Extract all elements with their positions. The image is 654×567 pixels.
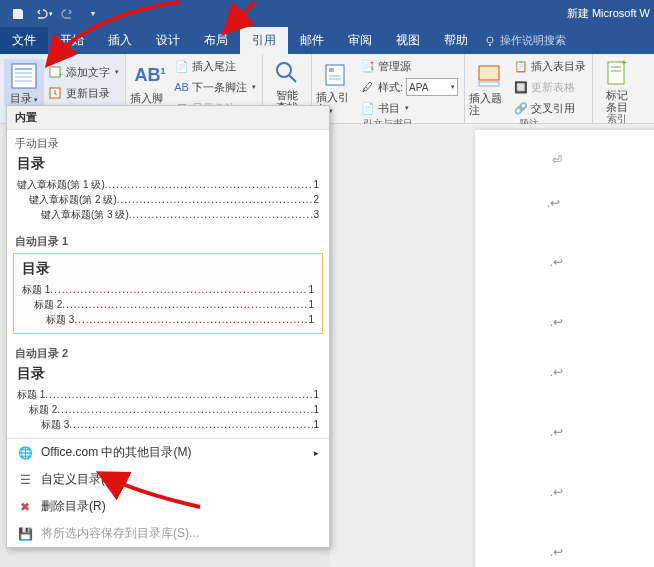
- paragraph-mark-icon: .↩: [550, 365, 563, 380]
- tab-review[interactable]: 审阅: [336, 27, 384, 54]
- office-icon: 🌐: [17, 445, 33, 461]
- toc-preview-line: 标题 1....................................…: [22, 282, 314, 297]
- ribbon-group-captions: 插入题注 📋插入表目录 🔲更新表格 🔗交叉引用 题注: [465, 54, 593, 123]
- toc-preview-line: 键入章标题(第 2 级)............................…: [17, 192, 319, 207]
- toc-category-builtin: 内置: [7, 106, 329, 130]
- next-footnote-button[interactable]: AB下一条脚注▾: [172, 77, 258, 97]
- save-gallery-icon: 💾: [17, 526, 33, 542]
- paragraph-mark-icon: .↩: [550, 545, 563, 560]
- endnote-icon: 📄: [174, 59, 189, 74]
- insert-endnote-button[interactable]: 📄插入尾注: [172, 56, 258, 76]
- save-icon[interactable]: [6, 3, 30, 25]
- paragraph-mark-icon: .↩: [547, 196, 560, 211]
- tab-home[interactable]: 开始: [48, 27, 96, 54]
- caption-icon: [473, 61, 505, 91]
- citation-style-select[interactable]: 🖊样式: APA▾: [358, 77, 460, 97]
- mark-entry-icon: +: [601, 58, 633, 88]
- quick-access-toolbar: ▾ ▾: [6, 3, 105, 25]
- save-to-gallery: 💾将所选内容保存到目录库(S)...: [7, 520, 329, 547]
- tab-help[interactable]: 帮助: [432, 27, 480, 54]
- add-text-button[interactable]: +添加文字▾: [46, 62, 121, 82]
- toc-template-manual-title: 手动目录: [7, 130, 329, 153]
- more-office-toc[interactable]: 🌐Office.com 中的其他目录(M)▸: [7, 439, 329, 466]
- tab-view[interactable]: 视图: [384, 27, 432, 54]
- tell-me-label: 操作说明搜索: [500, 33, 566, 48]
- smart-lookup-icon: [271, 58, 303, 88]
- paragraph-mark-icon: .↩: [550, 315, 563, 330]
- toc-preview-line: 标题 3....................................…: [22, 312, 314, 327]
- tab-design[interactable]: 设计: [144, 27, 192, 54]
- toc-template-auto2-title: 自动目录 2: [7, 340, 329, 363]
- toc-template-manual[interactable]: 目录 键入章标题(第 1 级).........................…: [7, 153, 329, 228]
- toc-template-auto2[interactable]: 目录 标题 1.................................…: [7, 363, 329, 438]
- manage-sources-icon: 📑: [360, 59, 375, 74]
- tab-layout[interactable]: 布局: [192, 27, 240, 54]
- crossref-icon: 🔗: [513, 101, 528, 116]
- tell-me-search[interactable]: 操作说明搜索: [484, 27, 566, 54]
- svg-rect-16: [479, 82, 499, 86]
- undo-icon[interactable]: ▾: [31, 3, 55, 25]
- qat-customize-icon[interactable]: ▾: [81, 3, 105, 25]
- footnote-icon: AB1: [134, 61, 166, 91]
- toc-template-auto1-title: 自动目录 1: [7, 228, 329, 251]
- update-table-icon: 🔲: [513, 80, 528, 95]
- toc-preview-title: 目录: [22, 260, 314, 278]
- svg-rect-12: [329, 68, 334, 72]
- tab-references[interactable]: 引用: [240, 27, 288, 54]
- bibliography-icon: 📄: [360, 101, 375, 116]
- svg-rect-15: [479, 66, 499, 80]
- toc-preview-title: 目录: [17, 365, 319, 383]
- tab-file[interactable]: 文件: [0, 27, 48, 54]
- svg-rect-11: [326, 65, 344, 85]
- paragraph-mark-icon: .↩: [550, 485, 563, 500]
- toc-preview-line: 标题 1....................................…: [17, 387, 319, 402]
- svg-rect-1: [12, 64, 36, 88]
- svg-line-10: [289, 75, 296, 82]
- remove-icon: ✖: [17, 499, 33, 515]
- toc-preview-line: 标题 3....................................…: [17, 417, 319, 432]
- paragraph-mark-icon: ⏎: [552, 153, 562, 168]
- redo-icon[interactable]: [56, 3, 80, 25]
- update-icon: [48, 86, 63, 101]
- document-canvas[interactable]: ⏎ .↩ .↩ .↩ .↩ .↩ .↩ .↩: [330, 124, 654, 567]
- toc-preview-line: 键入章标题(第 1 级)............................…: [17, 177, 319, 192]
- insert-caption-button[interactable]: 插入题注: [469, 59, 509, 116]
- cross-reference-button[interactable]: 🔗交叉引用: [511, 98, 588, 118]
- menu-bar: 文件 开始 插入 设计 布局 引用 邮件 审阅 视图 帮助 操作说明搜索: [0, 27, 654, 54]
- toc-preview-title: 目录: [17, 155, 319, 173]
- update-table-button[interactable]: 🔲更新表格: [511, 77, 588, 97]
- remove-toc[interactable]: ✖删除目录(R): [7, 493, 329, 520]
- add-text-icon: +: [48, 65, 63, 80]
- window-title: 新建 Microsoft W: [567, 6, 650, 21]
- paragraph-mark-icon: .↩: [550, 255, 563, 270]
- toc-button-label: 目录▾: [10, 92, 38, 106]
- tof-icon: 📋: [513, 59, 528, 74]
- toc-preview-line: 标题 2....................................…: [22, 297, 314, 312]
- page[interactable]: ⏎ .↩ .↩ .↩ .↩ .↩ .↩ .↩: [475, 130, 654, 567]
- update-toc-button[interactable]: 更新目录: [46, 83, 121, 103]
- toc-template-auto1[interactable]: 目录 标题 1.................................…: [13, 253, 323, 334]
- tab-mailings[interactable]: 邮件: [288, 27, 336, 54]
- title-bar: ▾ ▾ 新建 Microsoft W: [0, 0, 654, 27]
- toc-dropdown: 内置 手动目录 目录 键入章标题(第 1 级).................…: [6, 105, 330, 548]
- mark-entry-button[interactable]: + 标记 条目: [597, 56, 637, 113]
- ribbon-group-citations: 插入引文▾ 📑管理源 🖊样式: APA▾ 📄书目▾ 引文与书目: [312, 54, 465, 123]
- toc-button[interactable]: 目录▾: [4, 59, 44, 106]
- paragraph-mark-icon: .↩: [550, 425, 563, 440]
- tab-insert[interactable]: 插入: [96, 27, 144, 54]
- style-icon: 🖊: [360, 80, 375, 95]
- bibliography-button[interactable]: 📄书目▾: [358, 98, 460, 118]
- svg-point-0: [487, 37, 493, 43]
- citation-icon: [320, 60, 352, 90]
- lightbulb-icon: [484, 35, 496, 47]
- ribbon-group-index: + 标记 条目 索引: [593, 54, 641, 123]
- svg-point-9: [277, 63, 291, 77]
- next-footnote-icon: AB: [174, 80, 189, 95]
- svg-text:+: +: [621, 60, 627, 68]
- custom-toc-icon: ☰: [17, 472, 33, 488]
- custom-toc[interactable]: ☰自定义目录(C)...: [7, 466, 329, 493]
- insert-table-figures-button[interactable]: 📋插入表目录: [511, 56, 588, 76]
- toc-preview-line: 键入章标题(第 3 级)............................…: [17, 207, 319, 222]
- toc-icon: [8, 61, 40, 91]
- manage-sources-button[interactable]: 📑管理源: [358, 56, 460, 76]
